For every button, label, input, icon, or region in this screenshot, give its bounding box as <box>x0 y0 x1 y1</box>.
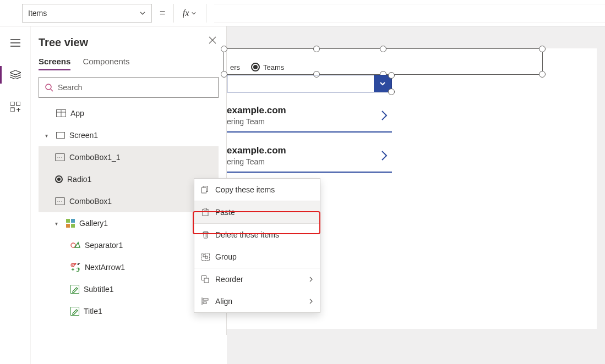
tree-item-combobox1-1[interactable]: ··· ComboBox1_1 <box>39 146 219 168</box>
resize-handle[interactable] <box>539 46 546 52</box>
fx-icon: fx <box>183 8 189 18</box>
svg-rect-15 <box>202 187 206 193</box>
tree-label: App <box>70 109 84 118</box>
ctx-align[interactable]: Align <box>194 290 320 312</box>
ctx-copy[interactable]: Copy these items <box>194 179 320 201</box>
caret-down-icon[interactable]: ▾ <box>45 133 52 139</box>
ctx-paste[interactable]: Paste <box>194 201 320 223</box>
radio-option-1[interactable]: ers <box>230 63 240 71</box>
tree-item-app[interactable]: App <box>39 102 219 124</box>
svg-rect-7 <box>71 219 75 223</box>
svg-rect-9 <box>71 224 75 228</box>
gallery-title: example.com <box>227 145 286 156</box>
svg-rect-24 <box>203 302 206 304</box>
hamburger-icon[interactable] <box>7 34 24 52</box>
icons-icon <box>70 263 80 272</box>
tree-label: Screen1 <box>69 131 98 140</box>
gallery-subtitle: ering Team <box>227 157 286 166</box>
ctx-delete[interactable]: Delete these items <box>194 224 320 246</box>
radio-label-partial: ers <box>230 63 240 71</box>
paste-icon <box>201 208 210 216</box>
ctx-reorder[interactable]: Reorder <box>194 268 320 290</box>
tree-label: Gallery1 <box>79 219 108 228</box>
fx-button[interactable]: fx <box>173 4 206 23</box>
components-rail-button[interactable] <box>7 98 24 115</box>
align-icon <box>201 297 210 305</box>
tree-item-screen1[interactable]: ▾ Screen1 <box>39 124 219 146</box>
ctx-label: Reorder <box>215 275 243 284</box>
resize-handle[interactable] <box>388 72 395 79</box>
tab-components[interactable]: Components <box>83 57 129 70</box>
tree-label: Separator1 <box>85 241 123 250</box>
tree-label: NextArrow1 <box>85 263 125 272</box>
combobox-icon: ··· <box>55 197 65 205</box>
gallery-subtitle: ering Team <box>227 117 286 126</box>
radio-icon <box>55 175 63 183</box>
chevron-right-icon[interactable] <box>380 150 392 161</box>
svg-rect-22 <box>204 278 209 283</box>
label-edit-icon <box>70 285 79 294</box>
search-input[interactable]: Search <box>39 77 219 98</box>
tab-screens[interactable]: Screens <box>39 57 70 70</box>
formula-bar: Items = fx <box>0 0 605 26</box>
app-root: Items = fx <box>0 0 605 364</box>
search-placeholder: Search <box>58 83 82 92</box>
svg-rect-20 <box>205 256 208 258</box>
tree: App ▾ Screen1 ··· ComboBox1_1 Radio1 ··· <box>39 102 219 322</box>
combobox-input[interactable] <box>227 75 374 92</box>
svg-rect-8 <box>66 224 70 228</box>
ctx-group[interactable]: Group <box>194 246 320 268</box>
tree-title: Tree view <box>39 36 219 49</box>
group-icon <box>201 253 210 261</box>
shape-icon <box>70 241 80 249</box>
tree-item-combobox1[interactable]: ··· ComboBox1 <box>39 190 219 212</box>
gallery-row-1[interactable]: example.com ering Team <box>227 101 392 133</box>
property-dropdown[interactable]: Items <box>22 4 152 23</box>
copy-icon <box>201 186 210 194</box>
tree-item-separator1[interactable]: Separator1 <box>39 234 219 256</box>
radio-label: Teams <box>263 63 284 71</box>
tree-item-radio1[interactable]: Radio1 <box>39 168 219 190</box>
svg-rect-23 <box>203 299 208 300</box>
svg-rect-5 <box>57 133 65 139</box>
svg-rect-1 <box>17 102 20 106</box>
svg-rect-6 <box>66 219 70 223</box>
tree-label: ComboBox1 <box>69 197 112 206</box>
gallery-icon <box>66 219 75 228</box>
radio-dot-icon <box>251 63 260 71</box>
combobox-icon: ··· <box>55 153 65 161</box>
ctx-label: Group <box>215 252 237 261</box>
svg-rect-17 <box>204 208 207 210</box>
tree-item-title1[interactable]: Title1 <box>39 300 219 322</box>
formula-input[interactable] <box>214 4 605 23</box>
equals-sign: = <box>160 7 166 19</box>
property-dropdown-label: Items <box>28 9 47 18</box>
search-icon <box>45 83 53 92</box>
caret-down-icon[interactable]: ▾ <box>55 220 62 227</box>
chevron-right-icon <box>309 277 313 282</box>
tree-item-gallery1[interactable]: ▾ Gallery1 <box>39 212 219 234</box>
resize-handle[interactable] <box>221 46 227 52</box>
tree-label: Radio1 <box>67 175 91 184</box>
combobox-control[interactable] <box>227 75 392 92</box>
gallery-row-2[interactable]: example.com ering Team <box>227 141 392 173</box>
resize-handle[interactable] <box>388 89 395 95</box>
resize-handle[interactable] <box>380 46 386 52</box>
app-icon <box>56 109 66 117</box>
tree-item-nextarrow1[interactable]: NextArrow1 <box>39 256 219 278</box>
svg-rect-2 <box>10 108 14 112</box>
svg-point-10 <box>71 243 75 247</box>
close-icon[interactable] <box>209 36 216 44</box>
svg-rect-0 <box>10 102 14 106</box>
ctx-label: Copy these items <box>215 185 275 194</box>
tree-item-subtitle1[interactable]: Subtitle1 <box>39 278 219 300</box>
tree-label: Title1 <box>84 307 102 316</box>
gallery-title: example.com <box>227 105 286 116</box>
left-rail <box>0 26 31 364</box>
svg-rect-19 <box>203 255 205 257</box>
grid-add-icon <box>10 102 20 112</box>
radio-option-2[interactable]: Teams <box>251 63 284 71</box>
chevron-right-icon[interactable] <box>380 110 392 121</box>
tree-view-rail-button[interactable] <box>7 66 24 84</box>
resize-handle[interactable] <box>313 46 320 52</box>
